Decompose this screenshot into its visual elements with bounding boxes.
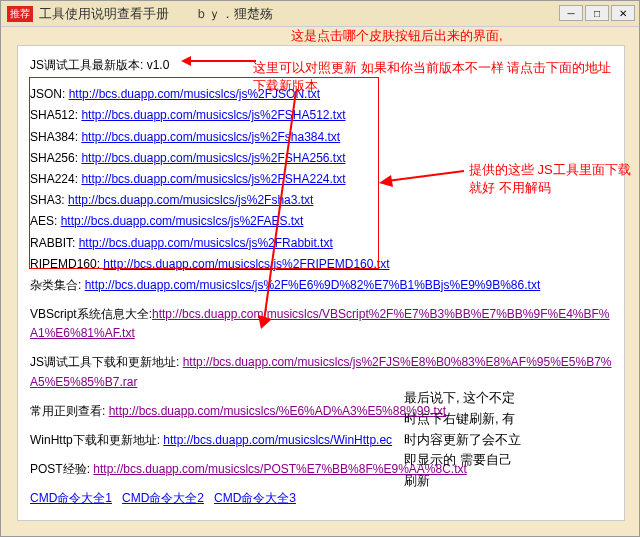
regex-label: 常用正则查看:	[30, 404, 109, 418]
cmd3-link[interactable]: CMD命令大全3	[214, 489, 296, 508]
footer-note-l4: 即显示的 需要自己	[404, 450, 554, 471]
aes-line: AES: http://bcs.duapp.com/musicslcs/js%2…	[30, 212, 612, 231]
sha512-line: SHA512: http://bcs.duapp.com/musicslcs/j…	[30, 106, 612, 125]
close-button[interactable]: ✕	[611, 5, 635, 21]
sha512-label: SHA512:	[30, 108, 81, 122]
rabbit-link[interactable]: http://bcs.duapp.com/musicslcs/js%2FRabb…	[79, 236, 333, 250]
ripemd160-label: RIPEMD160:	[30, 257, 103, 271]
footer-note-l3: 时内容更新了会不立	[404, 430, 554, 451]
sha256-line: SHA256: http://bcs.duapp.com/musicslcs/j…	[30, 149, 612, 168]
jsdownload-line: JS调试工具下载和更新地址: http://bcs.duapp.com/musi…	[30, 353, 612, 391]
ripemd160-link[interactable]: http://bcs.duapp.com/musicslcs/js%2FRIPE…	[103, 257, 389, 271]
winhttp-link[interactable]: http://bcs.duapp.com/musicslcs/WinHttp.e…	[163, 433, 392, 447]
sha256-link[interactable]: http://bcs.duapp.com/musicslcs/js%2FSHA2…	[81, 151, 345, 165]
version-line: JS调试工具最新版本: v1.0	[30, 56, 612, 75]
ripemd160-line: RIPEMD160: http://bcs.duapp.com/musicslc…	[30, 255, 612, 274]
sha256-label: SHA256:	[30, 151, 81, 165]
footer-note-l1: 最后说下, 这个不定	[404, 388, 554, 409]
footer-links-row2: 正则表达式口诀 Windows系统文件解析	[30, 517, 612, 521]
jsdownload-label: JS调试工具下载和更新地址:	[30, 355, 183, 369]
vbscript-label: VBScript系统信息大全:	[30, 307, 152, 321]
misc-link[interactable]: http://bcs.duapp.com/musicslcs/js%2F%E6%…	[85, 278, 541, 292]
winhttp-label: WinHttp下载和更新地址:	[30, 433, 163, 447]
sha3-label: SHA3:	[30, 193, 68, 207]
aes-link[interactable]: http://bcs.duapp.com/musicslcs/js%2FAES.…	[61, 214, 304, 228]
vbscript-line: VBScript系统信息大全:http://bcs.duapp.com/musi…	[30, 305, 612, 343]
regex-link[interactable]: http://bcs.duapp.com/musicslcs/%E6%AD%A3…	[109, 404, 447, 418]
rabbit-label: RABBIT:	[30, 236, 79, 250]
minimize-button[interactable]: ─	[559, 5, 583, 21]
sha224-label: SHA224:	[30, 172, 81, 186]
sha384-label: SHA384:	[30, 130, 81, 144]
sha3-link[interactable]: http://bcs.duapp.com/musicslcs/js%2Fsha3…	[68, 193, 313, 207]
sha224-line: SHA224: http://bcs.duapp.com/musicslcs/j…	[30, 170, 612, 189]
misc-label: 杂类集合:	[30, 278, 85, 292]
window-title: 工具使用说明查看手册 ｂｙ．狸楚殇	[39, 5, 273, 23]
main-window: 推荐 工具使用说明查看手册 ｂｙ．狸楚殇 ─ □ ✕ 这是点击哪个皮肤按钮后出来…	[0, 0, 640, 537]
misc-line: 杂类集合: http://bcs.duapp.com/musicslcs/js%…	[30, 276, 612, 295]
titlebar: 推荐 工具使用说明查看手册 ｂｙ．狸楚殇 ─ □ ✕	[1, 1, 639, 27]
recommend-badge: 推荐	[7, 6, 33, 22]
regextalk-link[interactable]: 正则表达式口诀	[30, 517, 114, 521]
aes-label: AES:	[30, 214, 61, 228]
cmd2-link[interactable]: CMD命令大全2	[122, 489, 204, 508]
cmd1-link[interactable]: CMD命令大全1	[30, 489, 112, 508]
version-value: v1.0	[147, 58, 170, 72]
footer-note-l5: 刷新	[404, 471, 554, 492]
footer-note-l2: 时点下右键刷新, 有	[404, 409, 554, 430]
post-label: POST经验:	[30, 462, 93, 476]
version-label: JS调试工具最新版本:	[30, 58, 147, 72]
footer-note: 最后说下, 这个不定 时点下右键刷新, 有 时内容更新了会不立 即显示的 需要自…	[404, 388, 554, 492]
sha224-link[interactable]: http://bcs.duapp.com/musicslcs/js%2FSHA2…	[81, 172, 345, 186]
winfiles-link[interactable]: Windows系统文件解析	[124, 517, 245, 521]
window-controls: ─ □ ✕	[559, 5, 635, 21]
content-area: JS调试工具最新版本: v1.0 JSON: http://bcs.duapp.…	[17, 45, 625, 521]
sha384-link[interactable]: http://bcs.duapp.com/musicslcs/js%2Fsha3…	[81, 130, 340, 144]
annotation-top: 这是点击哪个皮肤按钮后出来的界面,	[291, 27, 503, 45]
json-label: JSON:	[30, 87, 69, 101]
sha384-line: SHA384: http://bcs.duapp.com/musicslcs/j…	[30, 128, 612, 147]
maximize-button[interactable]: □	[585, 5, 609, 21]
sha3-line: SHA3: http://bcs.duapp.com/musicslcs/js%…	[30, 191, 612, 210]
footer-links-row1: CMD命令大全1 CMD命令大全2 CMD命令大全3	[30, 489, 612, 508]
rabbit-line: RABBIT: http://bcs.duapp.com/musicslcs/j…	[30, 234, 612, 253]
json-line: JSON: http://bcs.duapp.com/musicslcs/js%…	[30, 85, 612, 104]
sha512-link[interactable]: http://bcs.duapp.com/musicslcs/js%2FSHA5…	[81, 108, 345, 122]
json-link[interactable]: http://bcs.duapp.com/musicslcs/js%2FJSON…	[69, 87, 320, 101]
